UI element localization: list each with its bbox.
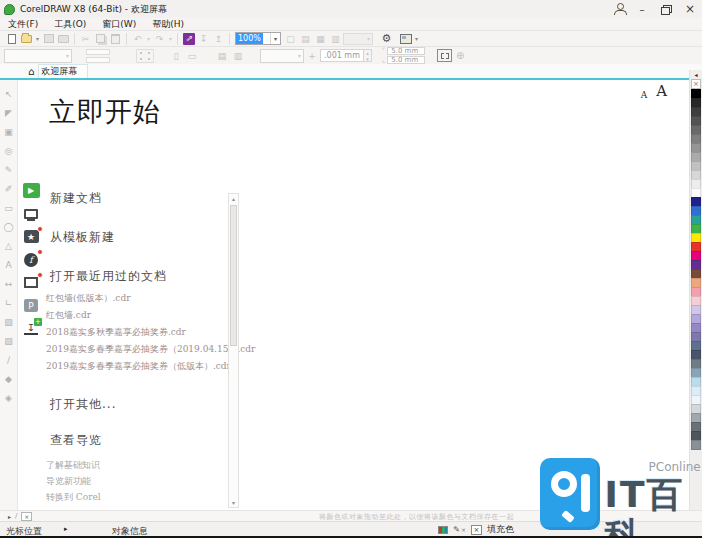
- learn-basics-link[interactable]: 了解基础知识: [46, 459, 100, 472]
- menu-tools[interactable]: 工具(O): [46, 18, 94, 30]
- tour-new-features-link[interactable]: 导览新功能: [46, 475, 91, 488]
- redo-button[interactable]: [152, 32, 167, 46]
- tours-header: 查看导览: [50, 432, 102, 449]
- new-document-button[interactable]: [4, 32, 19, 46]
- add-control-icon[interactable]: [452, 49, 468, 63]
- artistic-media-tool[interactable]: ✐: [1, 179, 17, 198]
- recent-file-link[interactable]: 2019嘉实多春季嘉享必抽奖券（低版本）.cdr: [46, 360, 231, 373]
- save-button[interactable]: [41, 32, 56, 46]
- all-pages-button[interactable]: ▤: [214, 49, 230, 63]
- shape-tool[interactable]: ◤: [1, 103, 17, 122]
- welcome-nav-membership[interactable]: f: [21, 252, 41, 267]
- open-button[interactable]: [19, 32, 34, 46]
- open-other-link[interactable]: 打开其他...: [50, 396, 116, 413]
- ellipse-tool[interactable]: ◯: [1, 217, 17, 236]
- show-guidelines-button[interactable]: [328, 32, 343, 46]
- snap-to-dropdown[interactable]: [343, 33, 373, 45]
- copy-icon: [96, 34, 105, 43]
- nudge-offset-field[interactable]: .001 mm: [320, 49, 364, 62]
- duplicate-x-field[interactable]: 5.0 mm: [387, 47, 425, 55]
- vertical-scrollbar[interactable]: [228, 193, 239, 508]
- cut-button[interactable]: [78, 32, 93, 46]
- recent-file-link[interactable]: 2019嘉实多春季嘉享必抽奖券（2019.04.15）.cdr: [46, 343, 255, 356]
- show-rulers-button[interactable]: [298, 32, 313, 46]
- new-from-template-link[interactable]: 从模板新建: [50, 229, 115, 246]
- current-page-button[interactable]: ▥: [230, 49, 246, 63]
- no-color-swatch[interactable]: [691, 79, 701, 89]
- color-eyedropper-tool[interactable]: ∕: [1, 350, 17, 369]
- tab-welcome-screen[interactable]: 欢迎屏幕: [38, 64, 88, 78]
- restore-button[interactable]: [654, 1, 678, 17]
- import-button[interactable]: [196, 32, 211, 46]
- polygon-tool[interactable]: △: [1, 236, 17, 255]
- menu-file[interactable]: 文件(F): [0, 18, 46, 30]
- zoom-dropdown-icon[interactable]: [270, 33, 280, 44]
- scroll-down-icon[interactable]: [229, 498, 238, 507]
- fullscreen-preview-button[interactable]: [283, 32, 298, 46]
- crop-tool[interactable]: ▣: [1, 122, 17, 141]
- text-size-large-button[interactable]: A: [656, 82, 667, 100]
- connector-tool[interactable]: ∟: [1, 293, 17, 312]
- search-content-button[interactable]: [181, 32, 196, 46]
- landscape-button[interactable]: ▭: [184, 49, 200, 63]
- page-size-combobox[interactable]: [4, 49, 72, 63]
- zoom-level-combobox[interactable]: 100%: [235, 32, 281, 45]
- page-dimensions-spinner[interactable]: [86, 49, 110, 63]
- export-button[interactable]: [211, 32, 226, 46]
- redo-dropdown[interactable]: [167, 35, 174, 42]
- parallel-dimension-tool[interactable]: ↔: [1, 274, 17, 293]
- treat-as-filled-button[interactable]: [437, 49, 452, 62]
- duplicate-y-field[interactable]: 5.0 mm: [387, 56, 425, 64]
- paste-button[interactable]: [108, 32, 123, 46]
- account-icon[interactable]: [610, 1, 630, 17]
- scroll-up-icon[interactable]: [229, 194, 238, 203]
- docpalette-flyout-icon[interactable]: [8, 513, 11, 520]
- close-button[interactable]: [678, 1, 702, 17]
- undo-dropdown[interactable]: [145, 35, 152, 42]
- docpalette-no-color-swatch[interactable]: [21, 512, 32, 521]
- copy-button[interactable]: [93, 32, 108, 46]
- home-icon[interactable]: [28, 66, 34, 77]
- application-launcher-button[interactable]: [398, 32, 413, 46]
- print-icon: [58, 35, 69, 43]
- launcher-dropdown[interactable]: [413, 35, 420, 42]
- scrollbar-thumb[interactable]: [230, 205, 237, 346]
- menu-window[interactable]: 窗口(W): [94, 18, 144, 30]
- new-document-link[interactable]: 新建文档: [50, 190, 102, 207]
- switch-to-corel-link[interactable]: 转换到 Corel: [46, 491, 101, 504]
- nudge-spinner[interactable]: [364, 49, 372, 62]
- freehand-tool[interactable]: ✎: [1, 160, 17, 179]
- options-button[interactable]: [379, 32, 394, 46]
- eyedropper-icon[interactable]: [15, 512, 17, 520]
- open-dropdown[interactable]: [34, 35, 41, 42]
- welcome-nav-whats-new[interactable]: ★: [21, 229, 41, 244]
- welcome-nav-get-started[interactable]: ▶: [21, 183, 41, 198]
- transparency-tool[interactable]: ▧: [1, 331, 17, 350]
- units-combobox[interactable]: [260, 49, 304, 63]
- print-button[interactable]: [56, 32, 71, 46]
- property-bar: ▯ ▭ ▤ ▥ + .001 mm ⌜5.0 mm ⌞5.0 mm: [0, 46, 702, 64]
- menu-help[interactable]: 帮助(H): [144, 18, 192, 30]
- rectangle-tool[interactable]: ▭: [1, 198, 17, 217]
- color-swatch[interactable]: [691, 440, 701, 450]
- recent-file-link[interactable]: 红包墙(低版本）.cdr: [46, 292, 130, 305]
- welcome-nav-updates[interactable]: ↧: [21, 321, 41, 336]
- welcome-nav-product-details[interactable]: P: [21, 298, 41, 313]
- drop-shadow-tool[interactable]: ▨: [1, 312, 17, 331]
- recent-file-link[interactable]: 红包墙.cdr: [46, 309, 91, 322]
- welcome-nav-workspace[interactable]: [21, 206, 41, 221]
- text-size-small-button[interactable]: A: [641, 90, 648, 100]
- undo-button[interactable]: [130, 32, 145, 46]
- zoom-tool[interactable]: ◎: [1, 141, 17, 160]
- portrait-button[interactable]: ▯: [168, 49, 184, 63]
- welcome-nav-gallery[interactable]: [21, 275, 41, 290]
- interactive-fill-tool[interactable]: ◆: [1, 369, 17, 388]
- recent-file-link[interactable]: 2018嘉实多秋季嘉享必抽奖券.cdr: [46, 326, 186, 339]
- show-grid-button[interactable]: [313, 32, 328, 46]
- pick-tool[interactable]: ↖: [1, 84, 17, 103]
- text-tool[interactable]: A: [1, 255, 17, 274]
- palette-flyout-icon[interactable]: [692, 71, 701, 79]
- notification-badge: [37, 249, 43, 255]
- minimize-button[interactable]: [630, 1, 654, 17]
- smart-fill-tool[interactable]: ◈: [1, 388, 17, 407]
